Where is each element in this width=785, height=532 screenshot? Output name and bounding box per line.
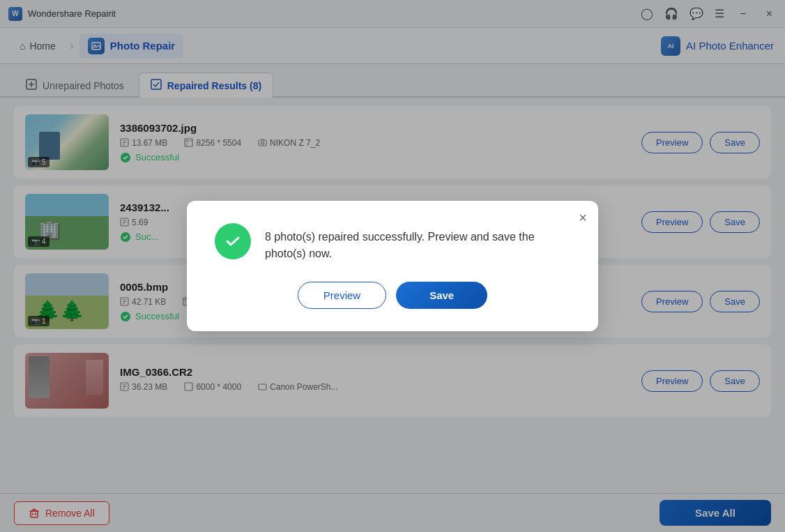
modal-actions: Preview Save: [215, 282, 570, 309]
modal-close-button[interactable]: ×: [579, 211, 587, 225]
success-icon: [215, 223, 251, 259]
modal-overlay: × 8 photo(s) repaired successfully. Prev…: [0, 0, 785, 532]
modal-preview-button[interactable]: Preview: [298, 282, 386, 309]
success-modal: × 8 photo(s) repaired successfully. Prev…: [187, 201, 598, 331]
modal-save-button[interactable]: Save: [396, 282, 487, 309]
modal-message: 8 photo(s) repaired successfully. Previe…: [265, 223, 570, 262]
modal-body: 8 photo(s) repaired successfully. Previe…: [215, 223, 570, 262]
